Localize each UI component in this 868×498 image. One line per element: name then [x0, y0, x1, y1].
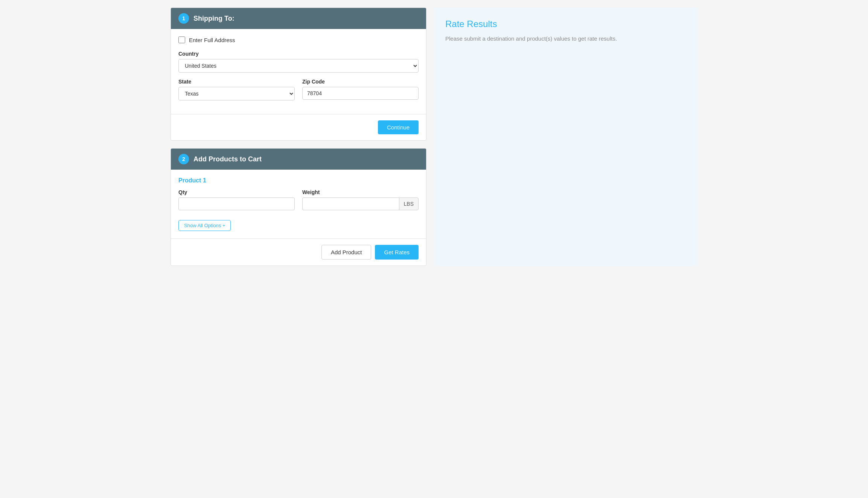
add-product-button[interactable]: Add Product: [321, 245, 372, 260]
qty-field-group: Qty: [178, 189, 295, 210]
weight-suffix: LBS: [399, 197, 419, 210]
country-select[interactable]: United States Canada Mexico United Kingd…: [178, 59, 419, 73]
products-section: 2 Add Products to Cart Product 1 Qty Wei…: [171, 148, 426, 266]
enter-full-address-row: Enter Full Address: [178, 36, 419, 43]
get-rates-button[interactable]: Get Rates: [375, 245, 419, 260]
shipping-footer: Continue: [171, 114, 426, 140]
shipping-header: 1 Shipping To:: [171, 8, 426, 29]
left-panel: 1 Shipping To: Enter Full Address Countr…: [171, 8, 426, 266]
rate-results-panel: Rate Results Please submit a destination…: [434, 8, 697, 266]
rate-results-title: Rate Results: [445, 19, 686, 29]
state-select[interactable]: Alabama Alaska Arizona Arkansas Californ…: [178, 87, 295, 100]
shipping-title: Shipping To:: [193, 15, 235, 23]
weight-field-group: Weight LBS: [302, 189, 419, 210]
page-container: 1 Shipping To: Enter Full Address Countr…: [171, 8, 697, 266]
weight-input-wrapper: LBS: [302, 197, 419, 210]
state-zip-row: State Alabama Alaska Arizona Arkansas Ca…: [178, 79, 419, 106]
enter-full-address-checkbox[interactable]: [178, 36, 185, 43]
state-field-group: State Alabama Alaska Arizona Arkansas Ca…: [178, 79, 295, 100]
weight-label: Weight: [302, 189, 419, 195]
product1-title: Product 1: [178, 177, 419, 184]
shipping-body: Enter Full Address Country United States…: [171, 29, 426, 114]
shipping-section: 1 Shipping To: Enter Full Address Countr…: [171, 8, 426, 141]
products-header: 2 Add Products to Cart: [171, 149, 426, 170]
weight-input[interactable]: [302, 197, 399, 210]
enter-full-address-label: Enter Full Address: [189, 37, 235, 43]
zip-label: Zip Code: [302, 79, 419, 85]
state-label: State: [178, 79, 295, 85]
step2-badge: 2: [178, 154, 189, 164]
country-label: Country: [178, 51, 419, 57]
products-body: Product 1 Qty Weight LBS Show All O: [171, 170, 426, 238]
qty-weight-row: Qty Weight LBS: [178, 189, 419, 216]
qty-label: Qty: [178, 189, 295, 195]
zip-input[interactable]: [302, 87, 419, 100]
step1-badge: 1: [178, 13, 189, 24]
products-title: Add Products to Cart: [193, 155, 262, 163]
show-all-options-button[interactable]: Show All Options +: [178, 220, 231, 231]
continue-button[interactable]: Continue: [378, 120, 419, 134]
country-field-group: Country United States Canada Mexico Unit…: [178, 51, 419, 73]
zip-field-group: Zip Code: [302, 79, 419, 100]
rate-results-message: Please submit a destination and product(…: [445, 35, 686, 42]
qty-input[interactable]: [178, 197, 295, 210]
products-footer: Add Product Get Rates: [171, 239, 426, 266]
